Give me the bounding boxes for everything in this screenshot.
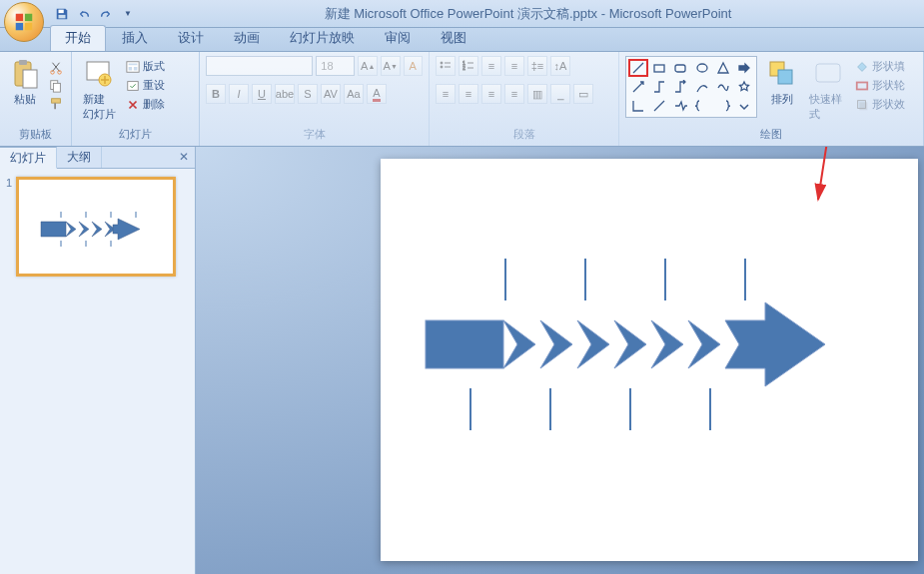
tab-slideshow[interactable]: 幻灯片放映 — [276, 26, 369, 51]
shape-triangle[interactable] — [713, 59, 733, 77]
bullets-button[interactable] — [436, 56, 456, 76]
thumbnail-1[interactable]: 1 — [6, 177, 189, 277]
tab-view[interactable]: 视图 — [427, 26, 480, 51]
shape-connector2[interactable] — [649, 97, 669, 115]
strike-button[interactable]: abe — [275, 84, 295, 104]
shape-freeform[interactable] — [713, 78, 733, 96]
pane-close-icon[interactable]: ✕ — [173, 147, 195, 168]
save-icon[interactable] — [54, 6, 70, 22]
font-size-combo[interactable]: 18 — [316, 56, 355, 76]
cut-button[interactable] — [47, 60, 65, 76]
tab-design[interactable]: 设计 — [164, 26, 218, 51]
shape-bracket[interactable] — [713, 97, 733, 115]
change-case-button[interactable]: Aa — [344, 84, 364, 104]
qat-dropdown-icon[interactable]: ▼ — [120, 6, 136, 22]
smartart-button[interactable]: ▭ — [573, 84, 593, 104]
format-painter-button[interactable] — [47, 96, 65, 112]
justify-button[interactable]: ≡ — [504, 84, 524, 104]
shape-more[interactable] — [734, 97, 754, 115]
slide-canvas-area[interactable] — [196, 147, 924, 574]
svg-point-27 — [697, 64, 707, 72]
svg-rect-38 — [426, 320, 503, 368]
shape-oval[interactable] — [691, 59, 711, 77]
delete-button[interactable]: 删除 — [124, 96, 167, 113]
italic-button[interactable]: I — [229, 84, 249, 104]
quick-styles-button[interactable]: 快速样式 — [807, 56, 849, 124]
shapes-gallery[interactable] — [625, 56, 757, 118]
tab-home[interactable]: 开始 — [50, 25, 106, 51]
undo-icon[interactable] — [76, 6, 92, 22]
pane-tabs: 幻灯片 大纲 ✕ — [0, 147, 195, 169]
decrease-indent-button[interactable]: ≡ — [481, 56, 501, 76]
shape-outline-button[interactable]: 形状轮 — [853, 77, 907, 94]
shape-fill-button[interactable]: 形状填 — [853, 58, 907, 75]
line-spacing-button[interactable]: ‡≡ — [527, 56, 547, 76]
reset-button[interactable]: 重设 — [124, 77, 167, 94]
font-name-combo[interactable] — [206, 56, 313, 76]
shape-arrow-line[interactable] — [628, 78, 648, 96]
shape-effects-button[interactable]: 形状效 — [853, 96, 907, 113]
title-bar: ▼ 新建 Microsoft Office PowerPoint 演示文稿.pp… — [0, 0, 924, 28]
shape-right-arrow[interactable] — [734, 59, 754, 77]
copy-button[interactable] — [47, 78, 65, 94]
align-center-button[interactable]: ≡ — [459, 84, 478, 104]
group-label-drawing: 绘图 — [625, 125, 917, 144]
svg-rect-5 — [59, 14, 66, 18]
align-left-button[interactable]: ≡ — [436, 84, 456, 104]
font-color-button[interactable]: A — [367, 84, 387, 104]
office-button[interactable] — [4, 2, 44, 42]
shape-elbow[interactable] — [649, 78, 669, 96]
pane-tab-outline[interactable]: 大纲 — [57, 147, 102, 168]
shape-star[interactable] — [734, 78, 754, 96]
columns-button[interactable]: ▥ — [527, 84, 547, 104]
group-paragraph: 12 ≡ ≡ ‡≡ ↕A ≡ ≡ ≡ ≡ ▥ ⎯ ▭ 段落 — [430, 52, 619, 146]
increase-indent-button[interactable]: ≡ — [504, 56, 524, 76]
bold-button[interactable]: B — [206, 84, 226, 104]
align-right-button[interactable]: ≡ — [481, 84, 501, 104]
slides-pane: 幻灯片 大纲 ✕ 1 — [0, 147, 196, 574]
underline-button[interactable]: U — [252, 84, 272, 104]
new-slide-button[interactable]: 新建 幻灯片 — [78, 56, 120, 124]
shape-connector3[interactable] — [670, 97, 690, 115]
shape-rounded-rect[interactable] — [670, 59, 690, 77]
svg-rect-30 — [816, 64, 840, 82]
window-title: 新建 Microsoft Office PowerPoint 演示文稿.pptx… — [136, 5, 920, 23]
work-area: 幻灯片 大纲 ✕ 1 — [0, 147, 924, 574]
svg-rect-2 — [16, 23, 23, 30]
shape-elbow-arrow[interactable] — [670, 78, 690, 96]
redo-icon[interactable] — [98, 6, 114, 22]
text-direction-button[interactable]: ↕A — [550, 56, 570, 76]
svg-rect-20 — [128, 81, 139, 90]
shape-connector1[interactable] — [628, 97, 648, 115]
shape-rectangle[interactable] — [649, 59, 669, 77]
arrange-button[interactable]: 排列 — [761, 56, 803, 109]
layout-button[interactable]: 版式 — [124, 58, 167, 75]
thumbnail-preview[interactable] — [16, 177, 176, 277]
group-label-font: 字体 — [206, 125, 423, 144]
char-spacing-button[interactable]: AV — [321, 84, 341, 104]
svg-rect-3 — [25, 23, 32, 30]
slide[interactable] — [381, 159, 918, 561]
shape-curve[interactable] — [691, 78, 711, 96]
paste-button[interactable]: 粘贴 — [6, 56, 43, 109]
quick-access-toolbar: ▼ — [54, 6, 136, 22]
ribbon-tabs: 开始 插入 设计 动画 幻灯片放映 审阅 视图 — [0, 28, 924, 52]
grow-font-button[interactable]: A▲ — [358, 56, 378, 76]
numbering-button[interactable]: 12 — [459, 56, 478, 76]
pane-tab-slides[interactable]: 幻灯片 — [0, 147, 57, 169]
group-label-clipboard: 剪贴板 — [6, 125, 65, 144]
shrink-font-button[interactable]: A▼ — [381, 56, 401, 76]
shadow-button[interactable]: S — [298, 84, 318, 104]
svg-rect-17 — [129, 63, 138, 65]
thumbnail-number: 1 — [6, 177, 12, 277]
svg-text:2: 2 — [462, 65, 465, 71]
shape-line[interactable] — [628, 59, 648, 77]
shape-brace[interactable] — [691, 97, 711, 115]
align-text-button[interactable]: ⎯ — [550, 84, 570, 104]
svg-rect-33 — [859, 102, 867, 110]
tab-review[interactable]: 审阅 — [371, 26, 425, 51]
svg-point-21 — [441, 62, 443, 64]
tab-insert[interactable]: 插入 — [108, 26, 162, 51]
tab-animations[interactable]: 动画 — [220, 26, 274, 51]
clear-format-button[interactable]: A — [404, 56, 424, 76]
